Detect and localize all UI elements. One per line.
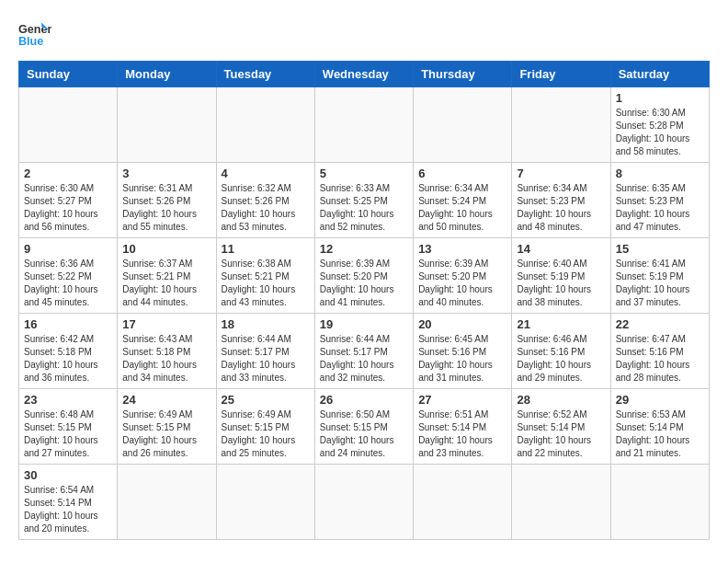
calendar-cell <box>314 87 413 163</box>
day-number: 16 <box>24 317 112 331</box>
day-info: Sunrise: 6:34 AMSunset: 5:23 PMDaylight:… <box>517 182 605 234</box>
calendar-cell <box>216 87 314 163</box>
day-number: 22 <box>616 317 704 331</box>
day-number: 27 <box>418 393 506 407</box>
day-info: Sunrise: 6:53 AMSunset: 5:14 PMDaylight:… <box>616 408 704 460</box>
calendar-cell: 12Sunrise: 6:39 AMSunset: 5:20 PMDayligh… <box>314 238 413 314</box>
day-number: 14 <box>517 242 605 256</box>
day-number: 11 <box>222 242 310 256</box>
calendar-cell: 18Sunrise: 6:44 AMSunset: 5:17 PMDayligh… <box>216 314 314 389</box>
calendar-cell: 4Sunrise: 6:32 AMSunset: 5:26 PMDaylight… <box>216 163 314 238</box>
day-number: 1 <box>616 91 704 105</box>
day-info: Sunrise: 6:41 AMSunset: 5:19 PMDaylight:… <box>616 258 704 309</box>
day-info: Sunrise: 6:54 AMSunset: 5:14 PMDaylight:… <box>24 484 112 535</box>
calendar-body: 1Sunrise: 6:30 AMSunset: 5:28 PMDaylight… <box>19 87 710 540</box>
weekday-header-thursday: Thursday <box>414 62 512 87</box>
calendar-cell: 11Sunrise: 6:38 AMSunset: 5:21 PMDayligh… <box>216 238 314 314</box>
weekday-row: SundayMondayTuesdayWednesdayThursdayFrid… <box>19 62 710 87</box>
calendar-cell <box>118 87 216 163</box>
calendar-cell: 27Sunrise: 6:51 AMSunset: 5:14 PMDayligh… <box>414 389 512 465</box>
calendar-week-2: 2Sunrise: 6:30 AMSunset: 5:27 PMDaylight… <box>19 163 710 238</box>
day-number: 8 <box>616 167 704 180</box>
calendar-cell: 10Sunrise: 6:37 AMSunset: 5:21 PMDayligh… <box>118 238 216 314</box>
day-info: Sunrise: 6:47 AMSunset: 5:16 PMDaylight:… <box>616 333 704 385</box>
day-number: 12 <box>320 242 408 256</box>
page-header: General Blue <box>18 18 710 52</box>
day-number: 23 <box>24 393 112 407</box>
day-info: Sunrise: 6:51 AMSunset: 5:14 PMDaylight:… <box>418 408 506 460</box>
calendar-cell: 24Sunrise: 6:49 AMSunset: 5:15 PMDayligh… <box>118 389 216 465</box>
svg-text:Blue: Blue <box>18 35 43 48</box>
calendar-cell: 22Sunrise: 6:47 AMSunset: 5:16 PMDayligh… <box>610 314 709 389</box>
day-info: Sunrise: 6:44 AMSunset: 5:17 PMDaylight:… <box>320 333 408 385</box>
calendar-cell: 30Sunrise: 6:54 AMSunset: 5:14 PMDayligh… <box>19 465 118 540</box>
calendar-cell <box>414 465 512 540</box>
day-info: Sunrise: 6:49 AMSunset: 5:15 PMDaylight:… <box>222 408 310 460</box>
day-info: Sunrise: 6:43 AMSunset: 5:18 PMDaylight:… <box>122 333 210 385</box>
day-number: 7 <box>517 167 605 180</box>
day-info: Sunrise: 6:36 AMSunset: 5:22 PMDaylight:… <box>24 258 112 309</box>
calendar-table: SundayMondayTuesdayWednesdayThursdayFrid… <box>18 61 710 540</box>
day-number: 24 <box>122 393 210 407</box>
calendar-week-1: 1Sunrise: 6:30 AMSunset: 5:28 PMDaylight… <box>19 87 710 163</box>
day-info: Sunrise: 6:31 AMSunset: 5:26 PMDaylight:… <box>122 182 210 234</box>
day-number: 25 <box>222 393 310 407</box>
calendar-cell: 28Sunrise: 6:52 AMSunset: 5:14 PMDayligh… <box>512 389 610 465</box>
weekday-header-wednesday: Wednesday <box>314 62 413 87</box>
calendar-header: SundayMondayTuesdayWednesdayThursdayFrid… <box>19 62 710 87</box>
logo: General Blue <box>18 18 57 52</box>
calendar-cell: 16Sunrise: 6:42 AMSunset: 5:18 PMDayligh… <box>19 314 118 389</box>
weekday-header-sunday: Sunday <box>19 62 118 87</box>
day-number: 18 <box>222 317 310 331</box>
day-info: Sunrise: 6:42 AMSunset: 5:18 PMDaylight:… <box>24 333 112 385</box>
calendar-week-4: 16Sunrise: 6:42 AMSunset: 5:18 PMDayligh… <box>19 314 710 389</box>
calendar-cell: 21Sunrise: 6:46 AMSunset: 5:16 PMDayligh… <box>512 314 610 389</box>
calendar-cell <box>216 465 314 540</box>
calendar-cell <box>314 465 413 540</box>
calendar-cell: 13Sunrise: 6:39 AMSunset: 5:20 PMDayligh… <box>414 238 512 314</box>
calendar-week-5: 23Sunrise: 6:48 AMSunset: 5:15 PMDayligh… <box>19 389 710 465</box>
calendar-cell: 23Sunrise: 6:48 AMSunset: 5:15 PMDayligh… <box>19 389 118 465</box>
day-number: 10 <box>122 242 210 256</box>
calendar-cell: 26Sunrise: 6:50 AMSunset: 5:15 PMDayligh… <box>314 389 413 465</box>
day-info: Sunrise: 6:37 AMSunset: 5:21 PMDaylight:… <box>122 258 210 309</box>
day-number: 30 <box>24 468 112 482</box>
day-info: Sunrise: 6:40 AMSunset: 5:19 PMDaylight:… <box>517 258 605 309</box>
day-info: Sunrise: 6:30 AMSunset: 5:28 PMDaylight:… <box>616 107 704 158</box>
calendar-cell: 1Sunrise: 6:30 AMSunset: 5:28 PMDaylight… <box>610 87 709 163</box>
day-info: Sunrise: 6:49 AMSunset: 5:15 PMDaylight:… <box>122 408 210 460</box>
day-number: 4 <box>222 167 310 180</box>
day-number: 21 <box>517 317 605 331</box>
day-info: Sunrise: 6:30 AMSunset: 5:27 PMDaylight:… <box>24 182 112 234</box>
calendar-cell <box>19 87 118 163</box>
day-info: Sunrise: 6:39 AMSunset: 5:20 PMDaylight:… <box>320 258 408 309</box>
day-number: 5 <box>320 167 408 180</box>
calendar-cell: 25Sunrise: 6:49 AMSunset: 5:15 PMDayligh… <box>216 389 314 465</box>
calendar-week-3: 9Sunrise: 6:36 AMSunset: 5:22 PMDaylight… <box>19 238 710 314</box>
day-info: Sunrise: 6:44 AMSunset: 5:17 PMDaylight:… <box>222 333 310 385</box>
day-info: Sunrise: 6:48 AMSunset: 5:15 PMDaylight:… <box>24 408 112 460</box>
day-info: Sunrise: 6:35 AMSunset: 5:23 PMDaylight:… <box>616 182 704 234</box>
calendar-cell: 3Sunrise: 6:31 AMSunset: 5:26 PMDaylight… <box>118 163 216 238</box>
day-number: 13 <box>418 242 506 256</box>
calendar-cell: 8Sunrise: 6:35 AMSunset: 5:23 PMDaylight… <box>610 163 709 238</box>
calendar-cell: 29Sunrise: 6:53 AMSunset: 5:14 PMDayligh… <box>610 389 709 465</box>
calendar-cell: 14Sunrise: 6:40 AMSunset: 5:19 PMDayligh… <box>512 238 610 314</box>
day-info: Sunrise: 6:32 AMSunset: 5:26 PMDaylight:… <box>222 182 310 234</box>
day-number: 6 <box>418 167 506 180</box>
calendar-cell: 19Sunrise: 6:44 AMSunset: 5:17 PMDayligh… <box>314 314 413 389</box>
calendar-cell: 5Sunrise: 6:33 AMSunset: 5:25 PMDaylight… <box>314 163 413 238</box>
day-number: 19 <box>320 317 408 331</box>
calendar-cell <box>512 465 610 540</box>
day-number: 3 <box>122 167 210 180</box>
day-info: Sunrise: 6:45 AMSunset: 5:16 PMDaylight:… <box>418 333 506 385</box>
calendar-cell: 2Sunrise: 6:30 AMSunset: 5:27 PMDaylight… <box>19 163 118 238</box>
logo-icon: General Blue <box>18 18 51 52</box>
day-info: Sunrise: 6:38 AMSunset: 5:21 PMDaylight:… <box>222 258 310 309</box>
day-number: 20 <box>418 317 506 331</box>
calendar-cell: 15Sunrise: 6:41 AMSunset: 5:19 PMDayligh… <box>610 238 709 314</box>
calendar-cell: 6Sunrise: 6:34 AMSunset: 5:24 PMDaylight… <box>414 163 512 238</box>
calendar-cell: 17Sunrise: 6:43 AMSunset: 5:18 PMDayligh… <box>118 314 216 389</box>
weekday-header-friday: Friday <box>512 62 610 87</box>
day-number: 29 <box>616 393 704 407</box>
